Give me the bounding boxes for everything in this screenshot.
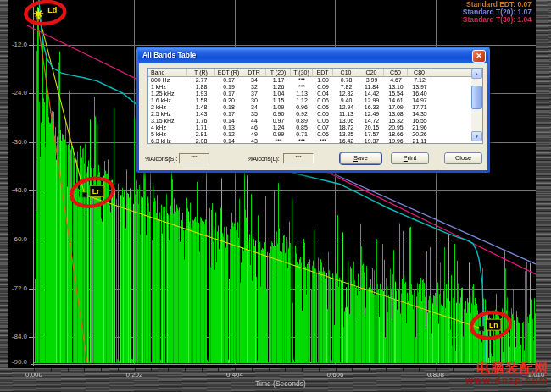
- table-cell: 17.71: [408, 104, 431, 111]
- x-minor-tick: [84, 368, 85, 372]
- alcons-s-value: ***: [179, 153, 209, 163]
- table-row[interactable]: 3.15 kHz1.760.14440.970.890.0513.0614.72…: [148, 118, 482, 124]
- column-header-c10[interactable]: C10: [333, 69, 359, 77]
- table-cell: 0.85: [291, 124, 313, 131]
- column-header-t-20-[interactable]: T (20): [266, 69, 291, 77]
- dialog-title: All Bands Table: [142, 51, 196, 59]
- x-minor-tick: [34, 368, 35, 372]
- legend-t30: Standard T(30): 1.04: [463, 16, 532, 24]
- table-cell: 1.13: [291, 91, 313, 97]
- table-cell: 17.09: [384, 104, 408, 111]
- x-tick-label: 0.000: [25, 371, 42, 378]
- table-cell: 0.99: [266, 131, 291, 138]
- table-cell: 11.84: [359, 84, 384, 91]
- table-cell: 0.14: [215, 118, 242, 124]
- x-minor-tick: [218, 368, 219, 372]
- table-cell: 0.90: [266, 111, 291, 118]
- left-frame-border: [0, 0, 8, 392]
- table-cell: 2.77: [187, 77, 215, 84]
- table-cell: 15.54: [384, 91, 408, 97]
- table-cell: 32: [242, 84, 266, 91]
- x-minor-tick: [386, 368, 387, 372]
- x-minor-tick: [202, 368, 203, 372]
- save-button[interactable]: Save: [340, 152, 381, 164]
- column-header-c50[interactable]: C50: [384, 69, 408, 77]
- print-button[interactable]: Print: [391, 152, 429, 164]
- table-cell: 0.14: [215, 138, 242, 144]
- table-cell: 49: [242, 131, 266, 138]
- x-minor-tick: [403, 368, 404, 372]
- x-minor-tick: [185, 368, 186, 372]
- table-cell: 3.15 kHz: [148, 118, 187, 124]
- table-row[interactable]: 5 kHz2.810.12490.990.710.0613.2517.5718.…: [148, 131, 482, 138]
- table-cell: 0.05: [313, 118, 333, 124]
- table-cell: 13.97: [408, 84, 431, 91]
- scroll-up-icon[interactable]: ▲: [471, 69, 482, 79]
- table-cell: 0.05: [313, 111, 333, 118]
- table-cell: 15.32: [384, 118, 408, 124]
- column-header-t-r-[interactable]: T (R): [187, 69, 215, 77]
- table-scrollbar[interactable]: ▲ ▼: [471, 69, 482, 141]
- x-axis-title: Time (Seconds): [255, 379, 306, 388]
- table-cell: 1.12: [291, 97, 313, 104]
- scrollbar-thumb[interactable]: [471, 86, 482, 109]
- close-button[interactable]: Close: [444, 152, 482, 164]
- x-minor-tick: [319, 368, 320, 372]
- table-cell: 37: [242, 91, 266, 97]
- table-cell: 2.5 kHz: [148, 111, 187, 118]
- table-cell: 14.72: [359, 118, 384, 124]
- table-cell: 0.92: [291, 111, 313, 118]
- x-minor-tick: [235, 368, 236, 372]
- table-cell: 13.06: [333, 118, 359, 124]
- column-header-dtr[interactable]: DTR: [242, 69, 266, 77]
- table-cell: 35: [242, 111, 266, 118]
- chart-legend: Standard EDT: 0.07 Standard T(20): 1.07 …: [463, 1, 532, 24]
- x-minor-tick: [269, 368, 270, 372]
- column-header-edt-r-[interactable]: EDT (R): [215, 69, 242, 77]
- alcons-s-label: %Alcons(S):: [145, 156, 178, 162]
- table-cell: 12.94: [333, 104, 359, 111]
- column-header-c20[interactable]: C20: [359, 69, 384, 77]
- x-minor-tick: [352, 368, 353, 372]
- table-row[interactable]: 1.25 kHz1.930.17371.041.130.0412.8214.42…: [148, 91, 482, 97]
- table-row[interactable]: 1.6 kHz1.580.20301.151.120.069.4012.9914…: [148, 97, 482, 104]
- table-cell: 7.82: [333, 84, 359, 91]
- table-cell: 0.06: [313, 131, 333, 138]
- table-cell: 20.95: [384, 124, 408, 131]
- scroll-down-icon[interactable]: ▼: [471, 131, 482, 141]
- table-row[interactable]: 1 kHz1.880.19321.26***0.097.8211.8413.10…: [148, 84, 482, 91]
- table-cell: ***: [313, 138, 333, 144]
- close-icon[interactable]: ✕: [472, 50, 486, 63]
- app-window: -12.0-24.0-36.0-48.0-60.0-72.0-84.0-90.0…: [0, 0, 551, 392]
- watermark: 电脑装配网 www.dnzp.com: [465, 362, 548, 385]
- column-header-edt[interactable]: EDT: [313, 69, 333, 77]
- table-row[interactable]: 6.3 kHz2.080.1443*********16.4219.3719.9…: [148, 138, 482, 144]
- table-cell: 1.24: [266, 124, 291, 131]
- table-cell: 16.55: [408, 118, 431, 124]
- alcons-l-value: ***: [283, 153, 314, 163]
- table-row[interactable]: 800 Hz2.770.17341.17***1.090.783.994.677…: [148, 77, 482, 84]
- table-cell: 0.07: [313, 124, 333, 131]
- table-row[interactable]: 4 kHz1.710.13461.240.850.0718.7220.1520.…: [148, 124, 482, 131]
- x-tick-label: 0.606: [326, 371, 343, 378]
- x-minor-tick: [51, 368, 52, 372]
- table-cell: 46: [242, 124, 266, 131]
- table-cell: 34: [242, 104, 266, 111]
- table-row[interactable]: 2 kHz1.480.18341.090.960.0512.9416.3317.…: [148, 104, 482, 111]
- x-minor-tick: [252, 368, 253, 372]
- table-cell: 12.99: [359, 97, 384, 104]
- x-tick-label: 0.808: [427, 371, 444, 378]
- table-row[interactable]: 2.5 kHz1.430.17350.900.920.0511.1312.491…: [148, 111, 482, 118]
- column-header-c80[interactable]: C80: [408, 69, 431, 77]
- all-bands-table-dialog: All Bands Table ✕ BandT (R)EDT (R)DTRT (…: [136, 47, 490, 173]
- dialog-titlebar[interactable]: All Bands Table ✕: [138, 48, 488, 63]
- table-cell: 0.20: [215, 97, 242, 104]
- table-cell: 19.96: [384, 138, 408, 144]
- table-rows: 800 Hz2.770.17341.17***1.090.783.994.677…: [148, 77, 482, 144]
- table-cell: 6.3 kHz: [148, 138, 187, 144]
- column-header-t-30-[interactable]: T (30): [291, 69, 313, 77]
- table-cell: 14.42: [359, 91, 384, 97]
- column-header-band[interactable]: Band: [148, 69, 187, 77]
- x-minor-tick: [68, 368, 69, 372]
- table-header-row: BandT (R)EDT (R)DTRT (20)T (30)EDTC10C20…: [148, 69, 482, 77]
